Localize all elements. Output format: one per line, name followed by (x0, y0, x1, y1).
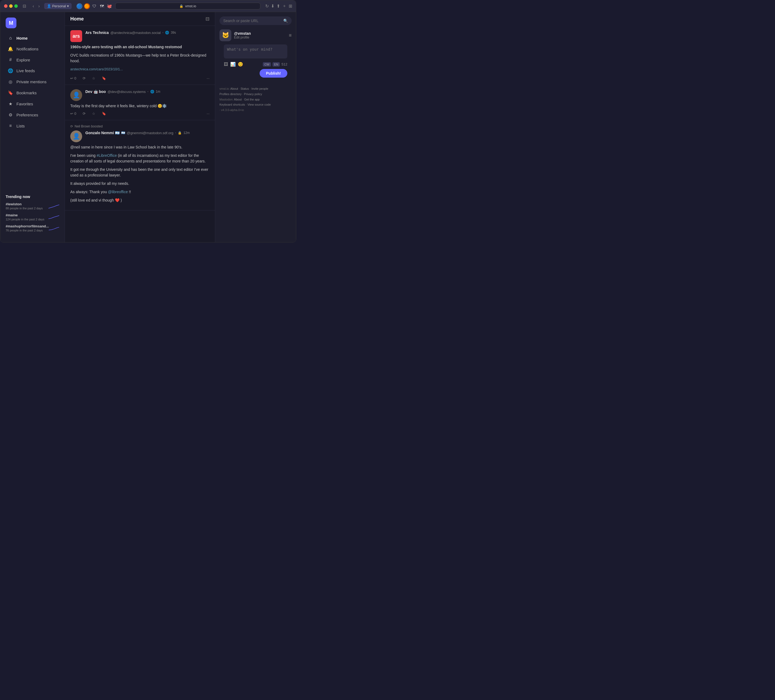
footer-keyboard-link[interactable]: Keyboard shortcuts (220, 103, 245, 106)
profile-icon: 👤 (47, 4, 51, 8)
post-actions: ↩ 0 ⟳ ☆ 🔖 ··· (70, 112, 210, 116)
footer-source-link[interactable]: View source code (248, 103, 271, 106)
footer-masto-about-link[interactable]: About (234, 98, 242, 101)
star-icon: ★ (8, 101, 13, 107)
boost-button[interactable]: ⟳ (83, 76, 86, 80)
reply-button[interactable]: ↩ 0 (70, 112, 76, 116)
minimize-button[interactable] (9, 4, 13, 8)
trending-tag-2: #maine (6, 213, 45, 217)
sidebar-item-preferences[interactable]: ⚙ Preferences (2, 110, 63, 120)
lock-icon: 🔒 (180, 4, 183, 8)
compose-input[interactable] (224, 45, 287, 58)
share-button[interactable]: ⬆ (276, 3, 280, 8)
search-bar[interactable]: 🔍 (220, 17, 292, 25)
post-meta: Dev 🤖 boo @dev@discuss.systems · 🌐 1m (85, 89, 210, 94)
profile-menu-button[interactable]: ≡ (289, 33, 292, 38)
post-link[interactable]: arstechnica.com/cars/2023/10/1... (70, 67, 123, 71)
new-tab-button[interactable]: ＋ (282, 3, 286, 9)
poll-button[interactable]: 📊 (230, 62, 236, 67)
footer-privacy-link[interactable]: Privacy policy (244, 92, 262, 96)
sidebar-item-favorites[interactable]: ★ Favorites (2, 98, 63, 109)
close-button[interactable] (4, 4, 8, 8)
footer-version: · v4.3.0-alpha.0+io (220, 108, 292, 113)
cw-badge[interactable]: CW (263, 62, 271, 67)
sidebar-item-private-mentions[interactable]: ◎ Private mentions (2, 77, 63, 87)
footer-invite-link[interactable]: Invite people (251, 87, 268, 90)
more-button[interactable]: ··· (206, 112, 210, 116)
post-handle: @arstechnica@mastodon.social (110, 31, 161, 35)
trending-count-3: 76 people in the past 2 days (6, 229, 49, 232)
compose-area: 🖼 📊 😊 CW EN 512 Publish! (224, 45, 287, 78)
maximize-button[interactable] (14, 4, 18, 8)
star-icon: ☆ (92, 76, 95, 80)
globe-icon: 🌐 (150, 90, 154, 93)
nav-back-button[interactable]: ‹ (31, 3, 35, 9)
lang-badge[interactable]: EN (273, 62, 280, 67)
ext-blue[interactable]: 🔵 (77, 3, 82, 9)
post-header: 👤 Dev 🤖 boo @dev@discuss.systems · 🌐 1m (70, 89, 210, 101)
post-handle: @dev@discuss.systems (107, 90, 146, 94)
footer-get-app-link[interactable]: Get the app (244, 98, 260, 101)
profile-row: 🐱 @vmstan Edit profile ≡ (220, 29, 292, 41)
sidebar-label-bookmarks: Bookmarks (17, 90, 37, 95)
list-item[interactable]: #mashuphorrorfilmsand... 76 people in th… (6, 224, 59, 232)
boost-text: Neil Brown boosted (75, 125, 103, 128)
ext-orange[interactable]: 🟠 (84, 3, 90, 9)
reply-icon: ↩ (70, 112, 73, 116)
footer-profiles-dir-link[interactable]: Profiles directory (220, 92, 241, 96)
post-body-1: @neil same in here since I was in Law Sc… (70, 144, 210, 150)
emoji-button[interactable]: 😊 (238, 62, 243, 67)
sidebar: M ⌂ Home 🔔 Notifications # Explore 🌐 Liv… (0, 12, 65, 242)
trending-tag-1: #lewiston (6, 202, 43, 206)
ext-map[interactable]: 🗺 (99, 3, 105, 9)
bookmark-icon: 🔖 (102, 76, 106, 80)
profile-selector[interactable]: 👤 Personal ▾ (44, 3, 72, 9)
trending-graph-2 (48, 215, 59, 220)
footer-about-link[interactable]: About (230, 87, 238, 90)
sidebar-item-notifications[interactable]: 🔔 Notifications (2, 43, 63, 54)
sidebar-item-bookmarks[interactable]: 🔖 Bookmarks (2, 88, 63, 98)
footer-status-link[interactable]: Status (241, 87, 249, 90)
list-icon: ≡ (8, 123, 13, 128)
bookmark-icon: 🔖 (8, 90, 13, 95)
sidebar-item-explore[interactable]: # Explore (2, 55, 63, 65)
bell-icon: 🔔 (8, 46, 13, 52)
post-body-5: As always: Thank you @libreoffice !! (70, 189, 210, 195)
filter-icon[interactable]: ⊟ (205, 16, 210, 22)
post-body-3: It got me through the University and has… (70, 167, 210, 178)
app-body: M ⌂ Home 🔔 Notifications # Explore 🌐 Liv… (0, 12, 296, 242)
sidebar-item-lists[interactable]: ≡ Lists (2, 121, 63, 131)
refresh-button[interactable]: ↻ (265, 3, 269, 8)
list-item[interactable]: #maine 124 people in the past 2 days (6, 213, 59, 221)
reply-button[interactable]: ↩ 0 (70, 76, 76, 80)
favorite-button[interactable]: ☆ (92, 76, 95, 80)
image-upload-button[interactable]: 🖼 (224, 62, 228, 67)
ext-shield[interactable]: 🛡 (91, 3, 98, 9)
url-bar[interactable]: 🔒 vmst.io (115, 3, 260, 10)
edit-profile-link[interactable]: Edit profile (234, 35, 286, 39)
tabs-button[interactable]: ⊞ (289, 3, 292, 8)
sidebar-label-private-mentions: Private mentions (17, 80, 47, 84)
boost-button[interactable]: ⟳ (83, 112, 86, 116)
more-button[interactable]: ··· (206, 76, 210, 80)
publish-button[interactable]: Publish! (259, 69, 287, 78)
list-item[interactable]: #lewiston 88 people in the past 2 days (6, 202, 59, 210)
ext-octopus[interactable]: 🐙 (106, 3, 113, 9)
trending-count-1: 88 people in the past 2 days (6, 207, 43, 210)
post-time: 12m (183, 131, 190, 135)
sidebar-item-live-feeds[interactable]: 🌐 Live feeds (2, 65, 63, 76)
titlebar: ⊟ ‹ › 👤 Personal ▾ 🔵 🟠 🛡 🗺 🐙 🔒 vmst.io ↻… (0, 0, 296, 12)
globe-icon: 🌐 (8, 68, 13, 73)
main-feed: Home ⊟ ars Ars Technica @arstechnica@mas… (65, 12, 215, 242)
bookmark-button[interactable]: 🔖 (102, 76, 106, 80)
sidebar-label-explore: Explore (17, 58, 30, 62)
nav-forward-button[interactable]: › (37, 3, 41, 9)
post-meta: Gonzalo Nemmi 🇦🇷 🇦🇷 @gnemmi@mastodon.sdf… (85, 130, 210, 135)
download-button[interactable]: ⬇ (271, 3, 274, 8)
bookmark-button[interactable]: 🔖 (102, 112, 106, 116)
boost-icon: ⟳ (83, 112, 86, 116)
sidebar-toggle-button[interactable]: ⊟ (20, 2, 28, 10)
sidebar-item-home[interactable]: ⌂ Home (2, 33, 63, 43)
search-input[interactable] (223, 18, 281, 23)
favorite-button[interactable]: ☆ (92, 112, 95, 116)
